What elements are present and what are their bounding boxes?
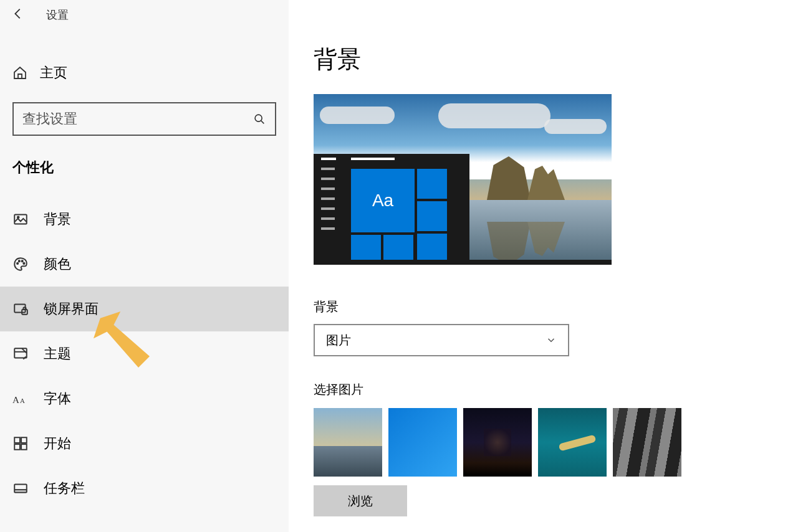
picture-icon [12,211,29,227]
sidebar-item-label: 开始 [44,434,71,453]
sidebar-item-background[interactable]: 背景 [0,197,289,242]
svg-rect-14 [21,437,27,443]
sidebar: 设置 主页 个性化 背景 [0,0,289,532]
sidebar-item-start[interactable]: 开始 [0,421,289,466]
svg-text:A: A [20,397,25,404]
sidebar-item-home[interactable]: 主页 [0,55,289,91]
sidebar-item-label: 背景 [44,210,71,229]
search-input[interactable] [22,111,252,127]
theme-icon [12,346,29,362]
browse-button[interactable]: 浏览 [314,485,407,516]
sidebar-item-label: 颜色 [44,255,71,273]
sidebar-item-label: 任务栏 [44,479,85,498]
background-field-label: 背景 [314,298,773,315]
image-thumbnails [314,408,773,477]
svg-point-4 [19,260,20,262]
sidebar-item-label: 锁屏界面 [44,300,99,318]
sidebar-item-theme[interactable]: 主题 [0,331,289,376]
svg-point-3 [17,263,18,264]
app-title: 设置 [46,7,69,22]
page-title: 背景 [314,44,773,75]
font-icon: AA [12,391,29,407]
svg-rect-1 [14,214,27,224]
svg-rect-15 [14,444,20,450]
thumbnail-5[interactable] [613,408,681,477]
sidebar-item-taskbar[interactable]: 任务栏 [0,466,289,511]
svg-point-0 [255,115,262,121]
thumbnail-1[interactable] [314,408,382,477]
choose-image-label: 选择图片 [314,381,773,398]
thumbnail-3[interactable] [463,408,532,477]
home-label: 主页 [40,64,67,82]
sidebar-item-color[interactable]: 颜色 [0,242,289,287]
svg-text:A: A [12,394,19,405]
lockscreen-icon [12,301,29,317]
svg-rect-13 [14,437,20,443]
thumbnail-2[interactable] [388,408,457,477]
taskbar-icon [12,480,29,496]
search-box[interactable] [12,102,276,136]
back-button[interactable] [11,7,25,23]
background-dropdown[interactable]: 图片 [314,324,569,356]
home-icon [12,65,27,80]
svg-rect-16 [21,444,27,450]
chevron-down-icon [546,335,557,346]
svg-point-2 [17,216,19,218]
preview-tile-text: Aa [351,169,415,232]
desktop-preview: Aa [314,94,612,265]
sidebar-section-header: 个性化 [0,136,289,183]
start-icon [12,435,29,452]
svg-point-6 [23,263,24,264]
content-pane: 背景 Aa [289,0,798,532]
nav-list: 背景 颜色 锁屏界面 [0,197,289,511]
dropdown-value: 图片 [326,332,351,349]
palette-icon [12,256,29,272]
search-icon [252,112,266,126]
svg-point-5 [22,260,23,262]
sidebar-item-font[interactable]: AA 字体 [0,376,289,421]
sidebar-item-lockscreen[interactable]: 锁屏界面 [0,287,289,331]
sidebar-item-label: 主题 [44,344,71,363]
svg-rect-10 [14,348,27,358]
title-bar: 设置 [0,0,289,30]
preview-start-menu: Aa [314,154,469,265]
thumbnail-4[interactable] [538,408,607,477]
sidebar-item-label: 字体 [44,389,71,408]
